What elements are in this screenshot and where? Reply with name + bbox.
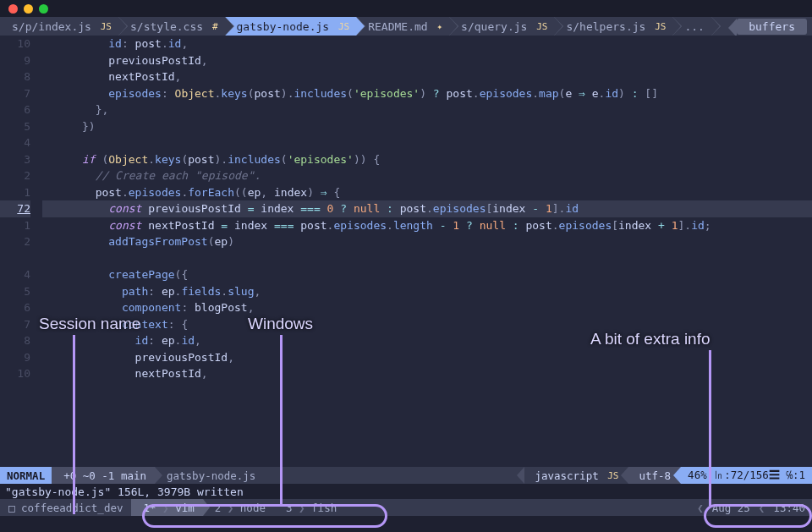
- line-number: 10: [0, 36, 30, 52]
- session-name-label: coffeeaddict_dev: [21, 502, 123, 514]
- filetype-badge-icon: #: [212, 21, 218, 32]
- line-number-gutter: 10987654321721245678910: [0, 36, 42, 467]
- code-line[interactable]: path: ep.fields.slug,: [42, 283, 812, 300]
- line-number: 2: [0, 233, 30, 250]
- tmux-window[interactable]: 2 ❯ node: [203, 499, 274, 516]
- tmux-statusbar: □ coffeeaddict_dev 1* ❯ vim2 ❯ node3 ❯ f…: [0, 499, 812, 516]
- code-line[interactable]: if (Object.keys(post).includes('episodes…: [42, 151, 812, 168]
- tmux-right: ❮ Aug 25 ❮ 13:40: [697, 502, 812, 514]
- chevron-left-icon: ❮: [697, 502, 704, 514]
- code-line[interactable]: id: post.id,: [42, 36, 812, 52]
- buffer-tabbar: s/p/index.js JSs/style.css #gatsby-node.…: [0, 17, 812, 36]
- line-number: 9: [0, 349, 30, 366]
- code-line[interactable]: const previousPostId = index === 0 ? nul…: [42, 200, 812, 217]
- line-number: 72: [0, 200, 30, 217]
- session-icon: □: [8, 502, 15, 514]
- code-line[interactable]: addTagsFromPost(ep): [42, 233, 812, 250]
- buffer-tab[interactable]: s/helpers.js JS: [554, 17, 672, 36]
- code-line[interactable]: [42, 134, 812, 151]
- line-number: 1: [0, 217, 30, 234]
- buffer-tab[interactable]: gatsby-node.js JS: [225, 17, 357, 36]
- macos-titlebar: [0, 0, 812, 17]
- code-line[interactable]: context: {: [42, 316, 812, 333]
- code-line[interactable]: id: ep.id,: [42, 332, 812, 349]
- js-badge-icon: JS: [607, 470, 618, 481]
- line-number: 4: [0, 266, 30, 283]
- position-segment: 46% ㏑:72/156☰ ℅:1: [681, 467, 812, 484]
- code-line[interactable]: // Create each "episode".: [42, 167, 812, 184]
- vim-statusline: NORMAL +0 ~0 -1 main gatsby-node.js java…: [0, 467, 812, 484]
- tmux-window[interactable]: 3 ❯ fish: [274, 499, 345, 516]
- buffer-tab[interactable]: README.md ✦: [356, 17, 449, 36]
- buffer-tab[interactable]: s/query.js JS: [449, 17, 554, 36]
- line-number: 4: [0, 134, 30, 151]
- line-number: 8: [0, 69, 30, 85]
- code-line[interactable]: post.episodes.forEach((ep, index) ⇒ {: [42, 184, 812, 201]
- line-number: 10: [0, 365, 30, 382]
- line-number: 6: [0, 101, 30, 118]
- line-number: 6: [0, 299, 30, 316]
- buffer-tab[interactable]: s/p/index.js JS: [0, 17, 118, 36]
- code-line[interactable]: [42, 250, 812, 267]
- line-number: 9: [0, 52, 30, 69]
- code-line[interactable]: createPage({: [42, 266, 812, 283]
- minimize-dot-icon[interactable]: [24, 4, 33, 14]
- code-line[interactable]: component: blogPost,: [42, 299, 812, 316]
- buffers-pill[interactable]: buffers: [737, 19, 807, 35]
- code-line[interactable]: nextPostId,: [42, 69, 812, 85]
- line-number: 7: [0, 85, 30, 102]
- time-label: 13:40: [773, 502, 805, 514]
- editor-area[interactable]: 10987654321721245678910 id: post.id, pre…: [0, 36, 812, 467]
- code-line[interactable]: episodes: Object.keys(post).includes('ep…: [42, 85, 812, 102]
- line-number: 8: [0, 332, 30, 349]
- line-number: 1: [0, 184, 30, 201]
- filetype-badge-icon: JS: [338, 21, 349, 32]
- code-line[interactable]: const nextPostId = index === post.episod…: [42, 217, 812, 234]
- code-line[interactable]: }): [42, 118, 812, 135]
- code-line[interactable]: },: [42, 101, 812, 118]
- buffer-tab[interactable]: s/style.css #: [118, 17, 225, 36]
- code-line[interactable]: previousPostId,: [42, 52, 812, 69]
- filetype-segment: javascript JS: [524, 467, 628, 484]
- date-label: Aug 25: [712, 502, 750, 514]
- code-line[interactable]: previousPostId,: [42, 349, 812, 366]
- filetype-badge-icon: JS: [536, 21, 547, 32]
- line-number: 7: [0, 316, 30, 333]
- filetype-badge-icon: ✦: [436, 21, 442, 32]
- git-segment: +0 ~0 -1 main: [52, 467, 155, 484]
- zoom-dot-icon[interactable]: [39, 4, 48, 14]
- tmux-session[interactable]: □ coffeeaddict_dev: [0, 502, 131, 514]
- line-number: 2: [0, 167, 30, 184]
- line-number: 3: [0, 151, 30, 168]
- code-content[interactable]: id: post.id, previousPostId, nextPostId,…: [42, 36, 812, 467]
- line-number: [0, 250, 30, 267]
- line-number: 5: [0, 118, 30, 135]
- filename-segment: gatsby-node.js: [155, 469, 524, 482]
- line-number: 5: [0, 283, 30, 300]
- filetype-badge-icon: JS: [655, 21, 666, 32]
- code-line[interactable]: nextPostId,: [42, 365, 812, 382]
- chevron-left-icon: ❮: [759, 502, 765, 514]
- command-message: "gatsby-node.js" 156L, 3979B written: [0, 484, 812, 499]
- mode-indicator: NORMAL: [0, 467, 52, 484]
- close-dot-icon[interactable]: [8, 4, 18, 14]
- tmux-window[interactable]: 1* ❯ vim: [131, 499, 202, 516]
- filetype-badge-icon: JS: [101, 21, 112, 32]
